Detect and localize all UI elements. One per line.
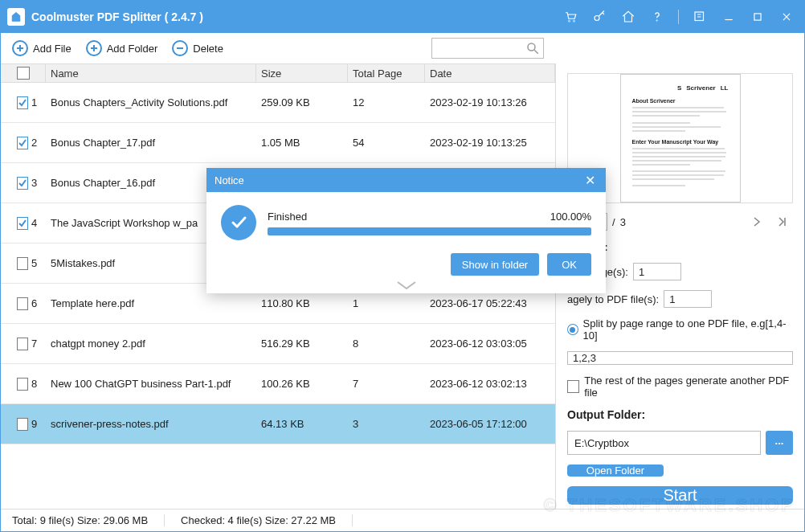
row-name: Bonus Chapter_17.pdf: [46, 137, 256, 149]
start-button[interactable]: Start: [567, 486, 793, 505]
row-total-page: 1: [348, 297, 425, 309]
notice-dialog: Notice ✕ Finished 100.00% Show in folder…: [206, 168, 606, 293]
row-date: 2023-06-05 17:12:00: [425, 418, 555, 430]
dialog-close-button[interactable]: ✕: [582, 173, 598, 188]
row-date: 2023-06-12 03:02:13: [425, 378, 555, 390]
row-total-page: 12: [348, 96, 425, 108]
maximize-button[interactable]: [746, 6, 769, 28]
row-index: 4: [31, 217, 41, 229]
row-index: 5: [31, 257, 41, 269]
page-next-button[interactable]: [746, 213, 767, 231]
row-checkbox[interactable]: [17, 257, 28, 270]
minimize-button[interactable]: [717, 6, 740, 28]
delete-label: Delete: [193, 43, 223, 55]
close-button[interactable]: [775, 6, 798, 28]
row-size: 64.13 KB: [256, 418, 348, 430]
header-checkbox[interactable]: [12, 64, 46, 82]
status-checked: Checked: 4 file(s) Size: 27.22 MB: [181, 514, 353, 526]
row-date: 2023-02-19 10:13:25: [425, 137, 555, 149]
row-size: 1.05 MB: [256, 137, 348, 149]
radio-range-icon: [567, 324, 578, 335]
svg-point-6: [528, 43, 535, 51]
table-body: 1Bonus Chapters_Activity Solutions.pdf25…: [1, 83, 555, 509]
row-checkbox[interactable]: [17, 96, 28, 109]
svg-point-1: [573, 20, 574, 22]
dialog-expand-chevron-icon[interactable]: [206, 280, 606, 293]
row-total-page: 54: [348, 137, 425, 149]
range-input-box[interactable]: 1,2,3: [567, 351, 793, 365]
split-option-range[interactable]: Split by page range to one PDF file, e.g…: [567, 317, 793, 342]
page-total: 3: [620, 216, 626, 228]
table-row[interactable]: 8New 100 ChatGPT business Part-1.pdf100.…: [1, 364, 555, 404]
row-total-page: 8: [348, 338, 425, 350]
feedback-icon[interactable]: [689, 6, 711, 28]
row-checkbox[interactable]: [17, 297, 28, 310]
header-name[interactable]: Name: [46, 64, 256, 82]
delete-icon: [172, 40, 188, 56]
delete-button[interactable]: Delete: [172, 40, 223, 56]
row-size: 259.09 KB: [256, 96, 348, 108]
row-index: 7: [31, 338, 41, 350]
row-total-page: 7: [348, 378, 425, 390]
header-total-page[interactable]: Total Page: [348, 64, 425, 82]
table-header: Name Size Total Page Date: [1, 63, 555, 83]
app-title: Coolmuster PDF Splitter ( 2.4.7 ): [31, 10, 203, 23]
open-folder-button[interactable]: Open Folder: [567, 464, 664, 477]
svg-point-2: [595, 16, 599, 21]
check-circle-icon: [221, 205, 256, 240]
row-checkbox[interactable]: [17, 217, 28, 230]
header-date[interactable]: Date: [425, 64, 555, 82]
row-name: chatgpt money 2.pdf: [46, 338, 256, 350]
toolbar: Add File Add Folder Delete: [1, 33, 804, 63]
plus-file-icon: [12, 40, 28, 56]
row-index: 6: [31, 297, 41, 309]
browse-button[interactable]: ···: [766, 431, 793, 455]
svg-rect-4: [695, 12, 704, 21]
dialog-status-label: Finished: [268, 211, 307, 223]
row-checkbox[interactable]: [17, 137, 28, 149]
ok-button[interactable]: OK: [547, 253, 591, 276]
split-opt2-label: agely to PDF file(s):: [567, 293, 659, 305]
table-row[interactable]: 9scrivener-press-notes.pdf64.13 KB32023-…: [1, 404, 555, 444]
table-row[interactable]: 7chatgpt money 2.pdf516.29 KB82023-06-12…: [1, 324, 555, 364]
add-file-label: Add File: [33, 43, 72, 55]
row-checkbox[interactable]: [17, 378, 28, 391]
header-size[interactable]: Size: [256, 64, 348, 82]
row-total-page: 3: [348, 418, 425, 430]
help-icon[interactable]: [646, 6, 668, 28]
search-box[interactable]: [431, 38, 544, 59]
table-row[interactable]: 2Bonus Chapter_17.pdf1.05 MB542023-02-19…: [1, 123, 555, 163]
cart-icon[interactable]: [559, 6, 582, 28]
show-in-folder-button[interactable]: Show in folder: [451, 253, 539, 276]
table-row[interactable]: 1Bonus Chapters_Activity Solutions.pdf25…: [1, 83, 555, 123]
split-opt2-input[interactable]: [664, 290, 712, 308]
output-path-field[interactable]: E:\Cryptbox: [567, 431, 761, 455]
split-opt1-input[interactable]: [633, 263, 681, 280]
row-index: 3: [31, 177, 41, 189]
row-size: 110.80 KB: [256, 297, 348, 309]
svg-point-3: [656, 20, 658, 22]
row-index: 8: [31, 378, 41, 390]
add-file-button[interactable]: Add File: [12, 40, 72, 56]
home-icon[interactable]: [617, 6, 640, 28]
dialog-title: Notice: [215, 174, 244, 186]
add-folder-button[interactable]: Add Folder: [86, 40, 158, 56]
plus-folder-icon: [86, 40, 102, 56]
page-last-button[interactable]: [772, 213, 793, 231]
app-logo-icon: [7, 8, 25, 26]
row-date: 2023-06-17 05:22:43: [425, 297, 555, 309]
row-checkbox[interactable]: [17, 177, 28, 190]
rest-pages-checkbox-line[interactable]: The rest of the pages generate another P…: [567, 374, 793, 399]
row-date: 2023-02-19 10:13:26: [425, 96, 555, 108]
search-icon[interactable]: [525, 41, 540, 58]
row-checkbox[interactable]: [17, 338, 28, 350]
rest-label: The rest of the pages generate another P…: [584, 374, 793, 399]
split-opt3-label: Split by page range to one PDF file, e.g…: [583, 317, 793, 342]
preview-doc-title: Scrivener: [686, 84, 715, 92]
dialog-header: Notice ✕: [206, 168, 606, 192]
key-icon[interactable]: [588, 6, 611, 28]
row-checkbox[interactable]: [17, 418, 28, 431]
row-index: 1: [31, 96, 41, 108]
row-index: 9: [31, 418, 41, 430]
row-name: Template here.pdf: [46, 297, 256, 309]
